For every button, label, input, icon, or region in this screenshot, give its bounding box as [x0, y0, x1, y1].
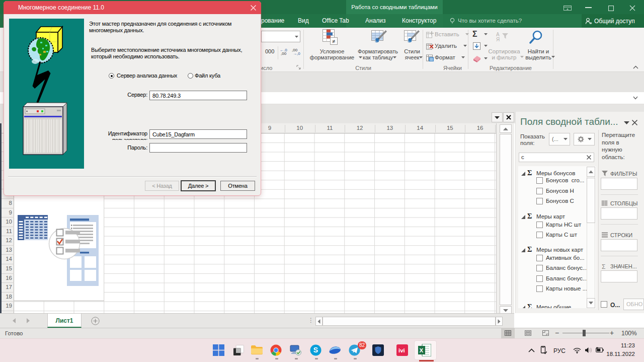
svg-text:Σ: Σ — [472, 30, 477, 38]
svg-text:X: X — [420, 347, 424, 353]
svg-text:Я: Я — [496, 37, 500, 42]
svg-text:→,0: →,0 — [293, 51, 300, 55]
svg-text:,00: ,00 — [281, 51, 287, 55]
svg-text:Σ: Σ — [602, 263, 605, 269]
svg-text:≠: ≠ — [332, 38, 335, 44]
svg-text:S: S — [313, 346, 318, 354]
svg-text:ivi: ivi — [398, 347, 405, 353]
